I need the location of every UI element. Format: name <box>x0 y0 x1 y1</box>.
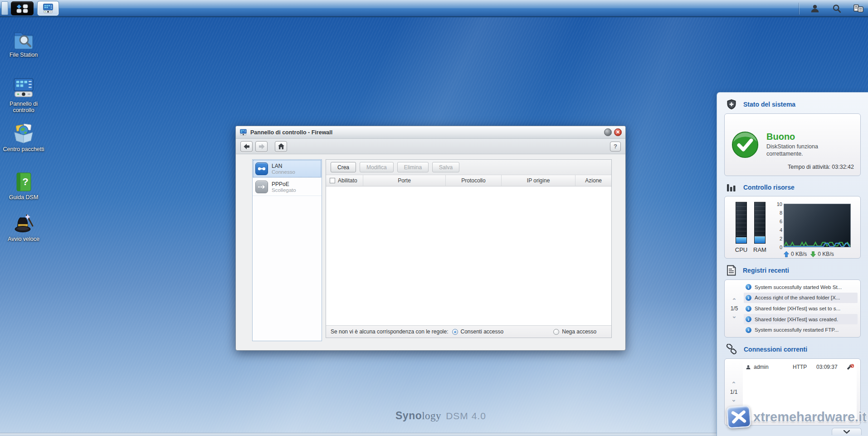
profile-name: LAN <box>272 163 295 169</box>
recent-logs-box: ⌃ 1/5 ⌄ i System successfully started We… <box>724 279 861 338</box>
desktop-icon-label: Guida DSM <box>1 194 46 201</box>
column-header-protocol[interactable]: Protocollo <box>446 175 502 186</box>
create-button[interactable]: Crea <box>331 162 356 172</box>
info-icon: i <box>746 316 751 322</box>
log-row[interactable]: i System successfully restarted FTP... <box>744 324 858 335</box>
window-toolbar: ? <box>236 139 625 154</box>
network-graph <box>784 204 851 247</box>
deny-access-radio[interactable] <box>553 329 559 335</box>
system-status-title[interactable]: Stato del sistema <box>743 101 795 108</box>
forward-icon <box>258 144 265 149</box>
rules-table-header: Abilitato Porte Protocollo IP origine Az… <box>326 175 611 186</box>
log-row[interactable]: i System successfully started Web St... <box>744 282 858 293</box>
profile-status: Connesso <box>272 169 295 175</box>
download-rate: 0 KB/s <box>818 251 834 257</box>
save-button[interactable]: Salva <box>432 162 459 172</box>
svg-text:?: ? <box>22 176 28 187</box>
log-row[interactable]: i Shared folder [XHTest] was created. <box>744 314 858 325</box>
profile-item-pppoe[interactable]: PPPoE Scollegato <box>253 178 322 196</box>
desktop-icon-package-center[interactable]: Centro pacchetti <box>1 122 46 152</box>
log-document-icon <box>726 265 736 276</box>
default-policy-bar: Se non vi è alcuna corrispondenza con le… <box>326 325 611 338</box>
taskbar-separator <box>799 3 799 15</box>
connections-title[interactable]: Connessioni correnti <box>744 346 807 353</box>
minimize-button[interactable] <box>604 128 612 136</box>
connections-pager: ⌃ 1/1 ⌄ <box>725 361 743 423</box>
connection-protocol: HTTP <box>793 364 816 370</box>
taskbar-item-control-panel[interactable] <box>38 1 59 15</box>
back-button[interactable] <box>240 141 253 152</box>
log-row[interactable]: i Shared folder [XHTest] was set to s... <box>744 303 858 314</box>
desktop: File Station Pannello di controllo <box>0 0 868 436</box>
widget-collapse-button[interactable] <box>832 428 862 435</box>
recent-logs-title[interactable]: Registri recenti <box>743 267 789 274</box>
profile-name: PPPoE <box>272 181 296 187</box>
search-button[interactable] <box>831 3 843 15</box>
forward-button[interactable] <box>255 141 268 152</box>
ram-label: RAM <box>751 246 769 253</box>
lan-icon <box>255 162 268 175</box>
info-icon: i <box>746 284 751 290</box>
link-icon <box>726 344 737 355</box>
profile-item-lan[interactable]: LAN Connesso <box>253 160 322 178</box>
upload-rate: 0 KB/s <box>791 251 807 257</box>
allow-access-radio[interactable] <box>452 329 458 335</box>
edit-button[interactable]: Modifica <box>360 162 394 172</box>
help-button[interactable]: ? <box>610 142 621 152</box>
kick-connection-icon[interactable] <box>846 364 854 370</box>
user-icon <box>746 364 751 370</box>
connections-box: ⌃ 1/1 ⌄ admin HTTP 03:09:37 <box>724 358 861 426</box>
logs-page-up-icon[interactable]: ⌃ <box>732 298 737 304</box>
delete-button[interactable]: Elimina <box>397 162 429 172</box>
network-graph-axis: 10 8 6 4 2 0 <box>775 202 784 247</box>
info-icon: i <box>746 327 751 333</box>
connection-user: admin <box>754 364 793 370</box>
column-header-enabled[interactable]: Abilitato <box>326 175 363 186</box>
desktop-icon-file-station[interactable]: File Station <box>1 29 46 58</box>
connections-page-up-icon[interactable]: ⌃ <box>731 382 736 387</box>
connections-page-down-icon[interactable]: ⌄ <box>731 397 736 402</box>
default-policy-label: Se non vi è alcuna corrispondenza con le… <box>331 328 449 335</box>
window-body: LAN Connesso PPPoE Scollegato <box>236 154 625 350</box>
column-header-ports[interactable]: Porte <box>363 175 446 186</box>
log-row-list: i System successfully started Web St... … <box>744 282 858 335</box>
logs-page-down-icon[interactable]: ⌄ <box>732 314 737 319</box>
shield-icon <box>726 99 737 110</box>
show-desktop-button[interactable] <box>1 1 8 15</box>
user-menu-button[interactable] <box>809 3 821 15</box>
info-icon: i <box>746 306 751 312</box>
connections-page-number: 1/1 <box>730 389 738 395</box>
home-button[interactable] <box>275 141 287 152</box>
info-icon: i <box>746 295 751 301</box>
pilot-view-button[interactable] <box>853 3 864 15</box>
deny-access-label[interactable]: Nega accesso <box>562 328 596 335</box>
close-button[interactable]: ✕ <box>614 128 622 136</box>
axis-tick: 4 <box>780 228 782 232</box>
control-panel-icon <box>12 77 35 99</box>
resource-monitor-box: CPU RAM 10 8 6 4 2 0 <box>724 196 861 259</box>
package-center-icon <box>12 122 35 144</box>
desktop-icon-control-panel[interactable]: Pannello di controllo <box>1 77 46 114</box>
resource-monitor-title[interactable]: Controllo risorse <box>743 184 795 191</box>
allow-access-label[interactable]: Consenti accesso <box>461 328 504 335</box>
main-menu-button[interactable] <box>11 1 34 15</box>
resource-monitor-header: Controllo risorse <box>717 176 868 196</box>
rules-table-body[interactable] <box>326 186 611 325</box>
desktop-icon-dsm-help[interactable]: ? Guida DSM <box>1 171 46 201</box>
upload-arrow-icon <box>784 251 789 257</box>
desktop-icon-quick-start[interactable]: Avvio veloce <box>1 211 46 242</box>
desktop-icon-label: Avvio veloce <box>1 236 46 242</box>
taskbar <box>0 0 868 17</box>
select-all-checkbox[interactable] <box>330 178 335 183</box>
back-icon <box>244 144 250 149</box>
window-titlebar[interactable]: Pannello di controllo - Firewall ✕ <box>236 126 625 139</box>
axis-tick: 6 <box>780 219 782 224</box>
uptime-label: Tempo di attività: 03:32:42 <box>788 164 854 170</box>
log-row[interactable]: i Access right of the shared folder [X..… <box>744 293 858 304</box>
connection-row[interactable]: admin HTTP 03:09:37 <box>743 362 857 372</box>
control-panel-icon <box>42 3 54 14</box>
connections-header: Connessioni correnti <box>717 338 868 358</box>
column-header-action[interactable]: Azione <box>575 175 611 186</box>
column-header-source-ip[interactable]: IP origine <box>502 175 576 186</box>
cpu-meter-wrap: CPU <box>732 202 751 258</box>
